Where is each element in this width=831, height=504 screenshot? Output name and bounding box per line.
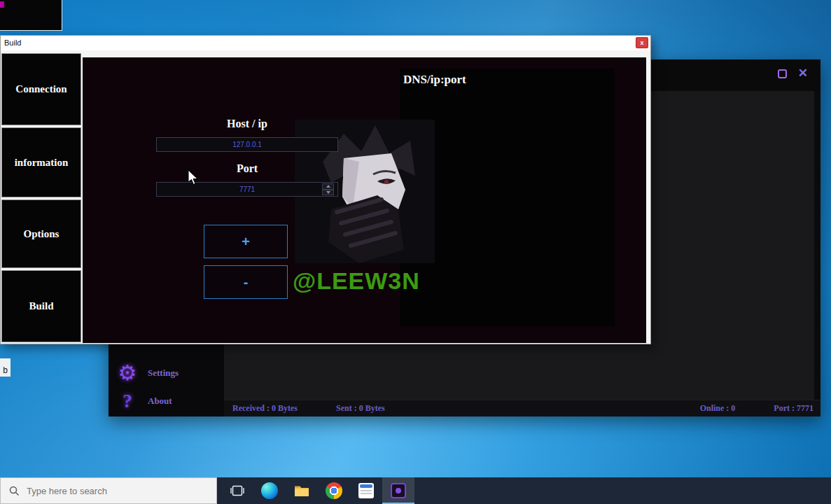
spinner-down-icon[interactable] <box>322 190 334 196</box>
build-window: Build x Connection information Options B… <box>0 35 651 344</box>
build-titlebar: Build x <box>1 36 650 50</box>
connection-panel: DNS/ip:port Host / ip <box>83 57 646 343</box>
sidebar-button-options[interactable]: Options <box>1 200 81 268</box>
dns-header: DNS/ip:port <box>400 69 615 91</box>
taskbar-search[interactable] <box>0 477 217 504</box>
screen-artifact-dot <box>0 1 4 8</box>
window-title: Build <box>4 36 21 50</box>
add-button[interactable]: + <box>204 225 288 258</box>
build-body: Connection information Options Build DNS… <box>1 50 650 344</box>
search-icon <box>9 486 20 496</box>
taskbar-icons <box>221 477 414 504</box>
chrome-icon[interactable] <box>318 477 350 504</box>
status-bar: Received : 0 Bytes Sent : 0 Bytes Online… <box>224 400 820 416</box>
port-input[interactable] <box>156 182 338 197</box>
mouse-cursor <box>188 169 199 186</box>
watermark-text: @LEEW3N <box>293 267 420 295</box>
task-view-icon[interactable] <box>221 477 253 504</box>
question-icon: ? <box>116 390 139 412</box>
search-input[interactable] <box>27 486 216 496</box>
active-app-icon[interactable] <box>382 477 414 504</box>
fragment-label: b <box>3 365 8 375</box>
desktop: b ✕ ⚙ Settings ? About Received : 0 Byte… <box>0 0 831 504</box>
sidebar-button-build[interactable]: Build <box>1 270 81 342</box>
host-label: Host / ip <box>156 118 338 130</box>
app-window-icon[interactable] <box>350 477 382 504</box>
settings-menu-item[interactable]: ⚙ Settings <box>116 359 221 387</box>
port-spinner <box>322 183 334 195</box>
background-window-fragment <box>0 0 62 31</box>
close-icon[interactable]: ✕ <box>798 68 808 79</box>
desktop-fragment: b <box>0 358 11 377</box>
status-online: Online : 0 <box>700 403 736 414</box>
close-button[interactable]: x <box>636 37 648 48</box>
status-port: Port : 7771 <box>774 403 813 414</box>
remove-button[interactable]: - <box>204 265 288 299</box>
about-label: About <box>148 396 172 407</box>
port-label: Port <box>156 162 338 175</box>
gear-icon: ⚙ <box>116 361 139 385</box>
edge-icon[interactable] <box>253 477 286 504</box>
about-menu-item[interactable]: ? About <box>116 387 221 415</box>
taskbar <box>0 477 831 504</box>
host-input[interactable] <box>156 137 338 152</box>
settings-label: Settings <box>148 368 179 379</box>
status-received: Received : 0 Bytes <box>232 403 298 414</box>
sidebar-button-information[interactable]: information <box>1 127 81 197</box>
sidebar-button-connection[interactable]: Connection <box>1 53 81 125</box>
file-explorer-icon[interactable] <box>286 477 318 504</box>
maximize-icon[interactable] <box>778 69 787 78</box>
status-sent: Sent : 0 Bytes <box>336 403 385 414</box>
spinner-up-icon[interactable] <box>322 183 334 190</box>
